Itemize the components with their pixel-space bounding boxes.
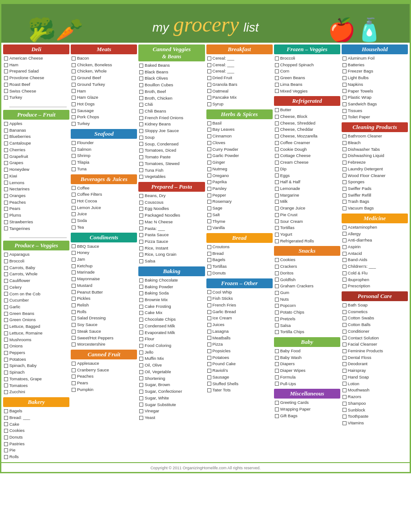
checkbox[interactable] [139, 344, 143, 348]
checkbox[interactable] [139, 370, 143, 374]
checkbox[interactable] [207, 310, 211, 314]
checkbox[interactable] [4, 69, 8, 73]
checkbox[interactable] [207, 128, 211, 132]
checkbox[interactable] [207, 316, 211, 320]
checkbox[interactable] [342, 238, 347, 242]
checkbox[interactable] [342, 356, 347, 360]
checkbox[interactable] [139, 318, 143, 322]
checkbox[interactable] [139, 70, 143, 74]
checkbox[interactable] [207, 219, 211, 223]
checkbox[interactable] [139, 149, 143, 153]
checkbox[interactable] [342, 134, 347, 138]
checkbox[interactable] [72, 167, 76, 171]
checkbox[interactable] [139, 226, 143, 230]
checkbox[interactable] [275, 200, 279, 204]
checkbox[interactable] [207, 161, 211, 165]
checkbox[interactable] [275, 56, 279, 60]
checkbox[interactable] [72, 206, 76, 210]
checkbox[interactable] [139, 291, 143, 295]
checkbox[interactable] [139, 363, 143, 367]
checkbox[interactable] [72, 270, 76, 274]
checkbox[interactable] [342, 102, 347, 106]
checkbox[interactable] [4, 325, 8, 329]
checkbox[interactable] [275, 108, 279, 112]
checkbox[interactable] [342, 56, 347, 60]
checkbox[interactable] [4, 56, 8, 60]
checkbox[interactable] [275, 173, 279, 177]
checkbox[interactable] [72, 83, 76, 87]
checkbox[interactable] [139, 351, 143, 355]
checkbox[interactable] [4, 76, 8, 80]
checkbox[interactable] [342, 109, 347, 113]
checkbox[interactable] [4, 448, 8, 452]
checkbox[interactable] [342, 395, 347, 399]
checkbox[interactable] [342, 369, 347, 373]
checkbox[interactable] [342, 349, 347, 353]
checkbox[interactable] [4, 338, 8, 342]
checkbox[interactable] [4, 344, 8, 348]
checkbox[interactable] [275, 239, 279, 243]
checkbox[interactable] [342, 323, 347, 327]
checkbox[interactable] [4, 383, 8, 387]
checkbox[interactable] [4, 364, 8, 368]
checkbox[interactable] [275, 298, 279, 302]
checkbox[interactable] [72, 147, 76, 151]
checkbox[interactable] [275, 134, 279, 138]
checkbox[interactable] [72, 284, 76, 288]
checkbox[interactable] [139, 77, 143, 81]
checkbox[interactable] [4, 331, 8, 335]
checkbox[interactable] [342, 284, 347, 288]
checkbox[interactable] [4, 135, 8, 139]
checkbox[interactable] [139, 259, 143, 263]
checkbox[interactable] [342, 265, 347, 269]
checkbox[interactable] [207, 258, 211, 262]
checkbox[interactable] [72, 109, 76, 113]
checkbox[interactable] [72, 56, 76, 60]
checkbox[interactable] [275, 187, 279, 191]
checkbox[interactable] [139, 168, 143, 172]
checkbox[interactable] [275, 63, 279, 67]
checkbox[interactable] [4, 298, 8, 302]
checkbox[interactable] [4, 377, 8, 381]
checkbox[interactable] [275, 141, 279, 145]
checkbox[interactable] [4, 259, 8, 263]
checkbox[interactable] [275, 147, 279, 151]
checkbox[interactable] [72, 102, 76, 106]
checkbox[interactable] [207, 83, 211, 87]
checkbox[interactable] [342, 147, 347, 151]
checkbox[interactable] [207, 336, 211, 340]
checkbox[interactable] [342, 330, 347, 334]
checkbox[interactable] [342, 252, 347, 256]
checkbox[interactable] [72, 63, 76, 67]
checkbox[interactable] [139, 278, 143, 282]
checkbox[interactable] [4, 409, 8, 413]
checkbox[interactable] [4, 63, 8, 67]
checkbox[interactable] [275, 401, 279, 405]
checkbox[interactable] [207, 134, 211, 138]
checkbox[interactable] [342, 115, 347, 119]
checkbox[interactable] [275, 369, 279, 373]
checkbox[interactable] [342, 89, 347, 93]
checkbox[interactable] [342, 343, 347, 347]
checkbox[interactable] [342, 141, 347, 145]
checkbox[interactable] [275, 304, 279, 308]
checkbox[interactable] [139, 129, 143, 133]
checkbox[interactable] [72, 199, 76, 203]
checkbox[interactable] [139, 96, 143, 100]
checkbox[interactable] [275, 310, 279, 314]
checkbox[interactable] [139, 409, 143, 413]
checkbox[interactable] [4, 187, 8, 191]
checkbox[interactable] [139, 175, 143, 179]
checkbox[interactable] [342, 382, 347, 386]
checkbox[interactable] [342, 206, 347, 210]
checkbox[interactable] [342, 303, 347, 307]
checkbox[interactable] [72, 244, 76, 248]
checkbox[interactable] [207, 213, 211, 217]
checkbox[interactable] [207, 271, 211, 275]
checkbox[interactable] [342, 336, 347, 340]
checkbox[interactable] [275, 362, 279, 366]
checkbox[interactable] [275, 271, 279, 275]
checkbox[interactable] [72, 186, 76, 190]
checkbox[interactable] [72, 212, 76, 216]
checkbox[interactable] [275, 128, 279, 132]
